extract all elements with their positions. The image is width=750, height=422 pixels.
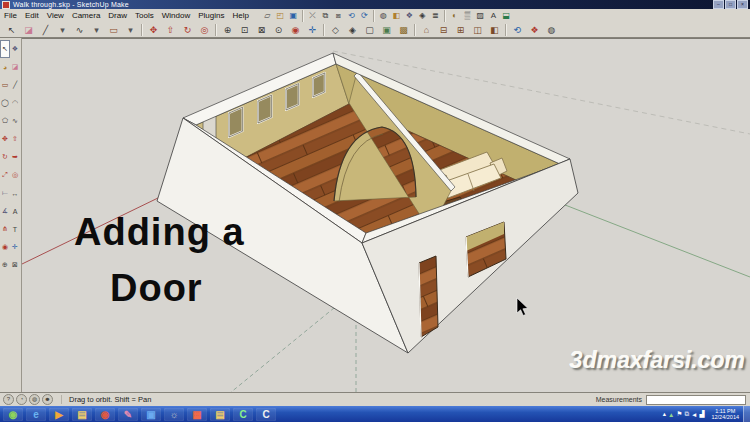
rotate-icon[interactable]: ↻: [179, 22, 196, 37]
volume-icon[interactable]: ◄: [691, 411, 697, 418]
display-icon[interactable]: ⧉: [684, 410, 689, 418]
dimension-icon[interactable]: ↔: [10, 184, 20, 202]
geolocation-icon[interactable]: ◍: [29, 394, 40, 405]
redo-icon[interactable]: ⟳: [358, 10, 371, 21]
scale-icon[interactable]: ⤢: [0, 166, 10, 184]
zoom-window-icon[interactable]: ⊡: [236, 22, 253, 37]
settings-icon[interactable]: ☼: [164, 408, 184, 421]
text-tool-icon[interactable]: A: [487, 10, 500, 21]
paste-icon[interactable]: ⧈: [332, 10, 345, 21]
new-icon[interactable]: ▱: [261, 10, 274, 21]
eraser-icon[interactable]: ◪: [20, 22, 37, 37]
copy-icon[interactable]: ⧉: [319, 10, 332, 21]
zoom-in-icon[interactable]: ⊕: [219, 22, 236, 37]
line-icon[interactable]: ╱: [10, 76, 20, 94]
shadows-icon[interactable]: ◐: [448, 10, 461, 21]
textured-icon[interactable]: ▩: [395, 22, 412, 37]
follow-me-icon[interactable]: ➥: [10, 148, 20, 166]
menu-draw[interactable]: Draw: [104, 11, 131, 20]
polygon-icon[interactable]: ⬠: [0, 112, 10, 130]
documents-folder-icon[interactable]: ▤: [210, 408, 230, 421]
wireframe-icon[interactable]: ◈: [344, 22, 361, 37]
dropdown-icon[interactable]: ▾: [88, 22, 105, 37]
zoom-extents-icon[interactable]: ⊠: [10, 256, 20, 274]
3d-text-icon[interactable]: T: [10, 220, 20, 238]
text-icon[interactable]: A: [10, 202, 20, 220]
iso-view-icon[interactable]: ⌂: [418, 22, 435, 37]
layers-icon[interactable]: ≣: [429, 10, 442, 21]
account-icon[interactable]: ☻: [42, 394, 53, 405]
pan-icon[interactable]: ✛: [304, 22, 321, 37]
rectangle-icon[interactable]: ▭: [105, 22, 122, 37]
folder-icon[interactable]: ▤: [72, 408, 92, 421]
move-icon[interactable]: ✥: [145, 22, 162, 37]
network-icon[interactable]: ▟: [699, 410, 704, 418]
close-button[interactable]: ×: [737, 0, 748, 9]
zoom-extents-icon[interactable]: ⊠: [253, 22, 270, 37]
measurements-input[interactable]: [646, 395, 746, 405]
help-icon[interactable]: ?: [3, 394, 14, 405]
menu-help[interactable]: Help: [228, 11, 252, 20]
save-icon[interactable]: ▣: [287, 10, 300, 21]
media-player-icon[interactable]: ▶: [49, 408, 69, 421]
materials-icon[interactable]: ◧: [390, 10, 403, 21]
hidden-line-icon[interactable]: ▢: [361, 22, 378, 37]
open-icon[interactable]: ◰: [274, 10, 287, 21]
snipping-tool-icon[interactable]: ✎: [118, 408, 138, 421]
show-desktop-button[interactable]: [743, 406, 750, 422]
credits-icon[interactable]: ◔: [16, 394, 27, 405]
vpn-icon[interactable]: ▲: [668, 411, 674, 418]
match-photo-icon[interactable]: ▨: [474, 10, 487, 21]
offset-icon[interactable]: ◎: [196, 22, 213, 37]
orbit-icon[interactable]: ◉: [287, 22, 304, 37]
menu-window[interactable]: Window: [158, 11, 194, 20]
zoom-previous-icon[interactable]: ⊙: [270, 22, 287, 37]
camtasia-editor-icon[interactable]: C: [256, 408, 276, 421]
menu-plugins[interactable]: Plugins: [194, 11, 228, 20]
zoom-icon[interactable]: ⊕: [0, 256, 10, 274]
axes-icon[interactable]: ⋔: [0, 220, 10, 238]
internet-explorer-icon[interactable]: e: [26, 408, 46, 421]
minimize-button[interactable]: –: [713, 0, 724, 9]
menu-file[interactable]: File: [0, 11, 21, 20]
menu-view[interactable]: View: [43, 11, 68, 20]
cut-icon[interactable]: ⤫: [306, 10, 319, 21]
menu-tools[interactable]: Tools: [131, 11, 158, 20]
rotate-icon[interactable]: ↻: [0, 148, 10, 166]
components-icon[interactable]: ❖: [403, 10, 416, 21]
model-canvas[interactable]: Adding a Door 3dmaxfarsi.com: [22, 38, 750, 392]
rectangle-icon[interactable]: ▭: [0, 76, 10, 94]
taskbar-clock[interactable]: 1:11 PM 12/24/2014: [711, 408, 739, 420]
front-view-icon[interactable]: ⊞: [452, 22, 469, 37]
dropbox-icon[interactable]: ▣: [141, 408, 161, 421]
paint-bucket-icon[interactable]: ◕: [0, 58, 10, 76]
pan-icon[interactable]: ✛: [10, 238, 20, 256]
menu-edit[interactable]: Edit: [21, 11, 43, 20]
right-view-icon[interactable]: ◫: [469, 22, 486, 37]
make-component-icon[interactable]: ❖: [10, 40, 20, 58]
camtasia-icon[interactable]: C: [233, 408, 253, 421]
eraser-icon[interactable]: ◪: [10, 58, 20, 76]
back-view-icon[interactable]: ◧: [486, 22, 503, 37]
flag-icon[interactable]: ⚑: [677, 410, 683, 418]
select-icon[interactable]: ↖: [0, 40, 10, 58]
arc-icon[interactable]: ◠: [10, 94, 20, 112]
section-plane-icon[interactable]: ⬓: [500, 10, 513, 21]
freehand-icon[interactable]: ∿: [71, 22, 88, 37]
dropdown-icon[interactable]: ▾: [122, 22, 139, 37]
top-view-icon[interactable]: ⊟: [435, 22, 452, 37]
push-pull-icon[interactable]: ⇧: [162, 22, 179, 37]
maximize-button[interactable]: □: [725, 0, 736, 9]
make-component-icon[interactable]: ❖: [526, 22, 543, 37]
undo-view-icon[interactable]: ⟲: [509, 22, 526, 37]
powerpoint-icon[interactable]: ▦: [187, 408, 207, 421]
start-button[interactable]: ◉: [3, 408, 23, 421]
orbit-icon[interactable]: ◉: [0, 238, 10, 256]
model-info-icon[interactable]: ◍: [377, 10, 390, 21]
xray-icon[interactable]: ◇: [327, 22, 344, 37]
freehand-icon[interactable]: ∿: [10, 112, 20, 130]
offset-icon[interactable]: ◎: [10, 166, 20, 184]
chrome-icon[interactable]: ◉: [95, 408, 115, 421]
push-pull-icon[interactable]: ⇧: [10, 130, 20, 148]
move-icon[interactable]: ✥: [0, 130, 10, 148]
